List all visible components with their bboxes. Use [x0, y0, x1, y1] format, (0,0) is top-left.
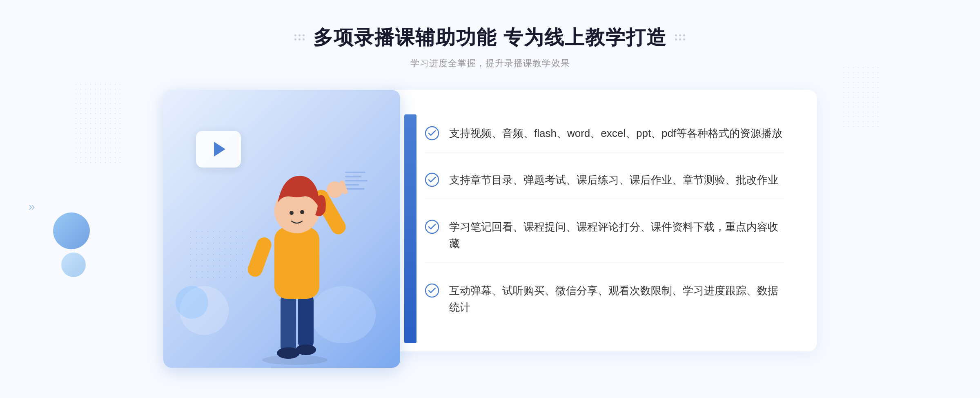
svg-point-15 [425, 220, 439, 233]
svg-point-10 [300, 210, 304, 214]
feature-text-1: 支持视频、音频、flash、word、excel、ppt、pdf等各种格式的资源… [449, 125, 782, 142]
title-dots-left [294, 34, 305, 41]
feature-text-3: 学习笔记回看、课程提问、课程评论打分、课件资料下载，重点内容收藏 [449, 219, 784, 253]
svg-point-16 [425, 284, 439, 297]
svg-point-13 [425, 127, 439, 140]
play-icon [214, 142, 225, 157]
feature-item-2: 支持章节目录、弹题考试、课后练习、课后作业、章节测验、批改作业 [425, 162, 784, 199]
subtitle: 学习进度全掌握，提升录播课教学效果 [294, 57, 685, 69]
svg-point-9 [290, 211, 294, 215]
bg-dots-left [74, 82, 122, 163]
svg-rect-2 [298, 293, 314, 350]
circle-decor-small [61, 253, 86, 277]
bg-dots-right [841, 65, 882, 131]
title-row: 多项录播课辅助功能 专为线上教学打造 [294, 25, 685, 51]
feature-text-2: 支持章节目录、弹题考试、课后练习、课后作业、章节测验、批改作业 [449, 172, 778, 189]
features-card: 支持视频、音频、flash、word、excel、ppt、pdf等各种格式的资源… [384, 90, 817, 351]
svg-point-14 [425, 173, 439, 186]
check-icon-1 [425, 126, 439, 141]
svg-rect-7 [246, 235, 274, 279]
person-illustration [229, 137, 360, 368]
svg-rect-5 [274, 227, 319, 299]
feature-text-4: 互动弹幕、试听购买、微信分享、观看次数限制、学习进度跟踪、数据统计 [449, 282, 784, 316]
check-icon-2 [425, 172, 439, 187]
main-content: 支持视频、音频、flash、word、excel、ppt、pdf等各种格式的资源… [163, 90, 817, 368]
svg-rect-1 [281, 293, 296, 354]
svg-point-4 [296, 344, 316, 355]
header-section: 多项录播课辅助功能 专为线上教学打造 学习进度全掌握，提升录播课教学效果 [294, 25, 685, 69]
main-title: 多项录播课辅助功能 专为线上教学打造 [313, 25, 666, 51]
page-container: 多项录播课辅助功能 专为线上教学打造 学习进度全掌握，提升录播课教学效果 » [0, 0, 980, 398]
feature-item-4: 互动弹幕、试听购买、微信分享、观看次数限制、学习进度跟踪、数据统计 [425, 273, 784, 326]
check-icon-4 [425, 283, 439, 298]
illustration-card [163, 90, 400, 368]
circle-medium [176, 286, 208, 319]
check-icon-3 [425, 219, 439, 234]
feature-item-1: 支持视频、音频、flash、word、excel、ppt、pdf等各种格式的资源… [425, 115, 784, 152]
blue-side-panel [404, 114, 416, 343]
feature-item-3: 学习笔记回看、课程提问、课程评论打分、课件资料下载，重点内容收藏 [425, 209, 784, 263]
arrow-left-decoration: » [29, 200, 35, 213]
left-circles-decoration [53, 212, 90, 277]
circle-decor-large [53, 212, 90, 249]
title-dots-right [675, 34, 686, 41]
